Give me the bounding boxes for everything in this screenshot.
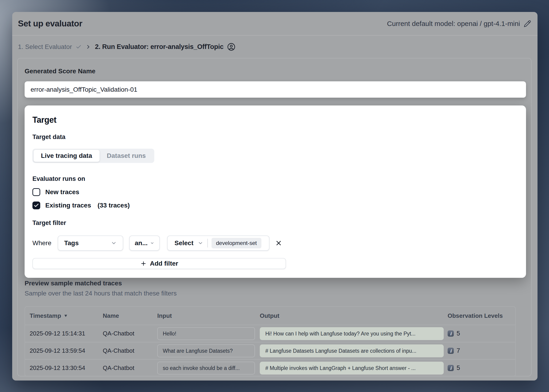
output-chip: # Multiple invokes with LangGraph + Lang…: [260, 362, 444, 375]
add-filter-label: Add filter: [150, 260, 178, 267]
tab-dataset-runs[interactable]: Dataset runs: [100, 150, 153, 162]
target-data-tabs: Live tracing data Dataset runs: [32, 149, 154, 163]
filter-value-select[interactable]: Select development-set: [167, 236, 270, 251]
output-chip: Hi! How can I help with Langfuse today? …: [260, 327, 444, 340]
divider: [207, 239, 208, 247]
new-traces-checkbox[interactable]: [32, 188, 40, 196]
column-header-timestamp[interactable]: Timestamp: [25, 312, 103, 319]
target-filter-label: Target filter: [32, 219, 517, 226]
default-model: Current default model: openai / gpt-4.1-…: [387, 20, 531, 28]
check-icon: [34, 203, 39, 208]
preview-subtitle: Sample over the last 24 hours that match…: [25, 290, 526, 297]
target-title: Target: [32, 116, 517, 124]
existing-traces-label: Existing traces: [45, 202, 91, 209]
run-evaluator-panel: Generated Score Name Target Target data …: [17, 58, 532, 376]
default-model-label: Current default model: openai / gpt-4.1-…: [387, 20, 520, 28]
chevron-down-icon: [111, 240, 117, 246]
output-chip: # Langfuse Datasets Langfuse Datasets ar…: [260, 344, 444, 357]
existing-traces-count: (33 traces): [98, 202, 130, 209]
page-title: Set up evaluator: [18, 19, 82, 28]
pencil-icon: [524, 20, 531, 27]
check-icon: [76, 44, 82, 50]
cell-name: QA-Chatbot: [103, 364, 157, 371]
input-chip: What are Langfuse Datasets?: [157, 344, 255, 357]
score-name-label: Generated Score Name: [25, 68, 526, 75]
filter-value-placeholder: Select: [174, 239, 193, 247]
table-row: 2025-09-12 15:14:31 QA-Chatbot Hello! Hi…: [25, 325, 515, 342]
input-chip: so each invoke should be a diff...: [157, 362, 255, 375]
info-icon: i: [448, 365, 454, 371]
edit-model-button[interactable]: [524, 20, 531, 27]
setup-evaluator-dialog: Set up evaluator Current default model: …: [12, 12, 537, 380]
remove-filter-button[interactable]: [275, 239, 282, 247]
observation-count: 5: [456, 364, 460, 371]
breadcrumb-step2: 2. Run Evaluator: error-analysis_OffTopi…: [95, 43, 223, 50]
option-existing-traces: Existing traces (33 traces): [32, 202, 517, 209]
plus-icon: [140, 260, 147, 267]
table-row: 2025-09-12 13:59:54 QA-Chatbot What are …: [25, 342, 515, 359]
filter-column-value: Tags: [64, 239, 79, 247]
preview-title: Preview sample matched traces: [25, 280, 526, 287]
column-header-name: Name: [103, 312, 157, 319]
input-chip: Hello!: [157, 327, 255, 340]
close-icon: [275, 239, 282, 247]
cell-observation-levels: i 7: [448, 347, 515, 354]
tab-live-tracing-data[interactable]: Live tracing data: [34, 150, 100, 162]
target-card: Target Target data Live tracing data Dat…: [25, 105, 526, 278]
dialog-header: Set up evaluator Current default model: …: [12, 12, 537, 36]
add-filter-button[interactable]: Add filter: [32, 258, 286, 269]
cell-observation-levels: i 5: [448, 364, 515, 371]
existing-traces-checkbox[interactable]: [32, 202, 40, 209]
info-icon: i: [448, 330, 454, 337]
filter-row: Where Tags an... Select development-set: [32, 236, 517, 251]
option-new-traces: New traces: [32, 188, 517, 196]
column-header-input: Input: [157, 312, 260, 319]
column-header-observation-levels: Observation Levels: [448, 312, 515, 319]
cell-observation-levels: i 5: [448, 330, 515, 337]
chevron-down-icon: [150, 241, 154, 245]
target-data-label: Target data: [32, 133, 517, 140]
chevron-down-icon: [198, 240, 203, 246]
score-name-input[interactable]: [25, 81, 526, 98]
cell-name: QA-Chatbot: [103, 347, 157, 354]
cell-name: QA-Chatbot: [103, 330, 157, 337]
column-header-output: Output: [260, 312, 448, 319]
user-circle-icon: [227, 43, 235, 51]
breadcrumb: 1. Select Evaluator 2. Run Evaluator: er…: [12, 36, 537, 58]
new-traces-label: New traces: [45, 189, 79, 196]
observation-count: 7: [456, 347, 460, 354]
chevron-right-icon: [85, 44, 91, 50]
table-header-row: Timestamp Name Input Output Observation …: [25, 307, 515, 325]
filter-operator-select[interactable]: an...: [129, 236, 160, 251]
cell-timestamp: 2025-09-12 13:59:54: [25, 347, 103, 354]
table-row: 2025-09-12 13:30:54 QA-Chatbot so each i…: [25, 359, 515, 376]
breadcrumb-step1[interactable]: 1. Select Evaluator: [18, 43, 72, 50]
cell-timestamp: 2025-09-12 13:30:54: [25, 364, 103, 371]
filter-where-label: Where: [32, 239, 58, 247]
traces-table: Timestamp Name Input Output Observation …: [25, 306, 516, 376]
filter-value-chip: development-set: [212, 238, 261, 248]
observation-count: 5: [456, 330, 460, 337]
filter-column-select[interactable]: Tags: [58, 236, 123, 251]
filter-operator-value: an...: [135, 239, 148, 247]
cell-timestamp: 2025-09-12 15:14:31: [25, 330, 103, 337]
info-icon: i: [448, 348, 454, 354]
evaluator-runs-on-label: Evaluator runs on: [32, 175, 517, 182]
sort-desc-icon: [64, 313, 68, 318]
